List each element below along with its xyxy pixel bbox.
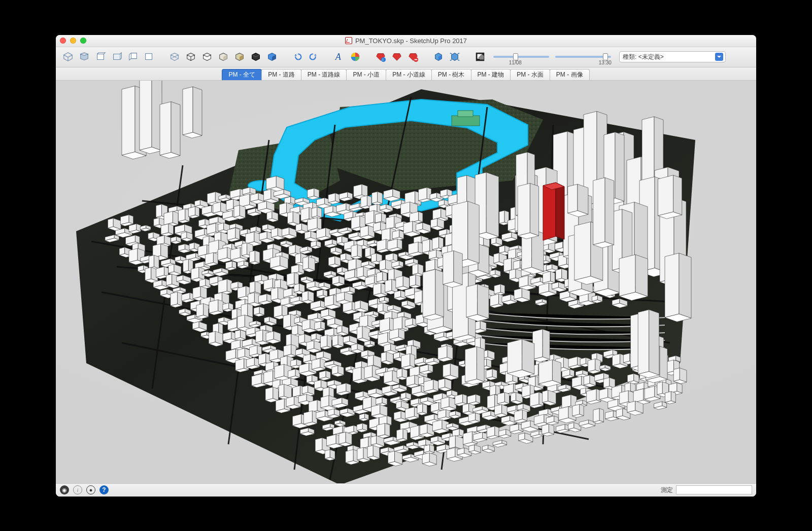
svg-marker-2149 bbox=[638, 309, 649, 374]
time-slider[interactable]: 13:30 bbox=[555, 56, 611, 58]
svg-marker-2135 bbox=[660, 346, 667, 379]
wireframe-style-button[interactable] bbox=[184, 50, 198, 64]
svg-marker-1900 bbox=[673, 368, 680, 381]
svg-marker-1633 bbox=[417, 404, 423, 414]
monochrome-style-button[interactable] bbox=[249, 50, 263, 64]
svg-marker-557 bbox=[357, 244, 362, 258]
svg-marker-2141 bbox=[673, 175, 682, 215]
type-select[interactable]: 種類: <未定義> bbox=[619, 51, 726, 62]
scene-tab-6[interactable]: PM - 建物 bbox=[471, 69, 511, 80]
scene-tab-5[interactable]: PM - 樹木 bbox=[431, 69, 471, 80]
svg-marker-1147 bbox=[332, 335, 338, 346]
svg-marker-2005 bbox=[593, 408, 599, 422]
svg-marker-2140 bbox=[658, 175, 673, 216]
text-tool-button[interactable]: A bbox=[332, 50, 346, 64]
iso-view-button[interactable] bbox=[61, 50, 75, 64]
help-icon[interactable]: ? bbox=[99, 485, 109, 494]
svg-marker-1772 bbox=[403, 429, 407, 440]
svg-marker-2161 bbox=[593, 178, 605, 244]
svg-marker-548 bbox=[309, 256, 315, 270]
svg-marker-583 bbox=[499, 210, 504, 223]
svg-marker-2171 bbox=[556, 183, 564, 239]
svg-marker-547 bbox=[303, 256, 309, 269]
undo-button[interactable] bbox=[290, 50, 304, 64]
shaded-texture-style-button[interactable] bbox=[232, 50, 247, 64]
svg-marker-1384 bbox=[364, 365, 372, 378]
svg-marker-1648 bbox=[490, 385, 496, 396]
shaded-style-button[interactable] bbox=[216, 50, 230, 64]
measurement-input[interactable] bbox=[676, 485, 752, 494]
redo-button[interactable] bbox=[307, 50, 321, 64]
svg-marker-452 bbox=[419, 211, 423, 222]
svg-marker-2150 bbox=[649, 309, 659, 375]
svg-marker-859 bbox=[396, 276, 403, 288]
skp-file-icon bbox=[345, 37, 352, 44]
viewport-3d[interactable] bbox=[56, 81, 756, 483]
scene-tab-2[interactable]: PM - 道路線 bbox=[301, 69, 347, 80]
shadow-toggle-button[interactable] bbox=[473, 50, 487, 64]
svg-marker-1807 bbox=[543, 390, 548, 402]
top-view-button[interactable] bbox=[77, 50, 91, 64]
scene-tab-3[interactable]: PM - 小道 bbox=[346, 69, 386, 80]
svg-marker-2021 bbox=[671, 391, 675, 402]
front-view-button[interactable] bbox=[93, 50, 108, 64]
svg-marker-1115 bbox=[551, 271, 555, 282]
svg-marker-614 bbox=[294, 272, 299, 285]
scene-tab-1[interactable]: PM - 道路 bbox=[261, 69, 301, 80]
scene-tab-7[interactable]: PM - 水面 bbox=[510, 69, 550, 80]
undo-redo-group bbox=[290, 50, 321, 64]
svg-marker-328 bbox=[183, 259, 189, 272]
ruby-ext-button[interactable] bbox=[406, 50, 420, 64]
svg-marker-1697 bbox=[385, 423, 390, 436]
left-view-button[interactable] bbox=[126, 50, 140, 64]
scene-tab-8[interactable]: PM - 画像 bbox=[550, 69, 590, 80]
svg-marker-1669 bbox=[588, 359, 595, 372]
svg-marker-343 bbox=[242, 242, 247, 255]
ruby-info-button[interactable]: i bbox=[374, 50, 388, 64]
svg-marker-2093 bbox=[543, 329, 550, 359]
explode-component-button[interactable] bbox=[448, 50, 462, 64]
date-slider[interactable]: 11/08 bbox=[493, 56, 549, 58]
scene-tab-4[interactable]: PM - 小道線 bbox=[386, 69, 432, 80]
svg-marker-2137 bbox=[568, 184, 578, 213]
svg-marker-166 bbox=[279, 202, 286, 214]
scene-tab-0[interactable]: PM - 全て bbox=[222, 69, 262, 80]
svg-marker-238 bbox=[361, 195, 367, 207]
protractor-icon[interactable]: ◉ bbox=[60, 485, 69, 494]
close-icon[interactable] bbox=[60, 38, 66, 44]
svg-marker-2147 bbox=[522, 339, 534, 374]
zoom-icon[interactable] bbox=[80, 38, 86, 44]
svg-marker-863 bbox=[416, 274, 421, 286]
make-component-button[interactable] bbox=[431, 50, 446, 64]
svg-marker-904 bbox=[235, 330, 241, 339]
svg-marker-19 bbox=[108, 218, 113, 228]
svg-marker-2164 bbox=[518, 183, 530, 236]
back-view-button[interactable] bbox=[110, 50, 124, 64]
svg-marker-1825 bbox=[346, 449, 353, 463]
svg-marker-1523 bbox=[433, 379, 438, 391]
shadow-group bbox=[473, 50, 487, 64]
minimize-icon[interactable] bbox=[70, 38, 76, 44]
svg-marker-1684 bbox=[315, 438, 322, 451]
face-style-group bbox=[167, 50, 279, 64]
title-text: PM_TOKYO.skp - SketchUp Pro 2017 bbox=[355, 37, 467, 45]
chevron-down-icon bbox=[715, 53, 723, 61]
user-icon[interactable]: ● bbox=[86, 485, 95, 494]
svg-marker-556 bbox=[351, 244, 357, 258]
xray-style-button[interactable] bbox=[167, 50, 182, 64]
svg-marker-913 bbox=[283, 314, 291, 328]
color-wheel-button[interactable] bbox=[348, 50, 362, 64]
ruby-add-button[interactable] bbox=[390, 50, 404, 64]
window: PM_TOKYO.skp - SketchUp Pro 2017 bbox=[56, 35, 756, 497]
hidden-line-style-button[interactable] bbox=[200, 50, 214, 64]
info-icon[interactable]: i bbox=[73, 485, 82, 494]
svg-marker-674 bbox=[218, 299, 223, 312]
svg-marker-1771 bbox=[396, 429, 403, 440]
svg-marker-412 bbox=[250, 251, 255, 263]
svg-marker-2048 bbox=[615, 132, 624, 201]
color-by-layer-button[interactable] bbox=[265, 50, 279, 64]
svg-marker-391 bbox=[166, 274, 172, 286]
right-view-button[interactable] bbox=[142, 50, 156, 64]
svg-marker-2080 bbox=[140, 81, 152, 150]
svg-marker-1012 bbox=[415, 290, 422, 304]
